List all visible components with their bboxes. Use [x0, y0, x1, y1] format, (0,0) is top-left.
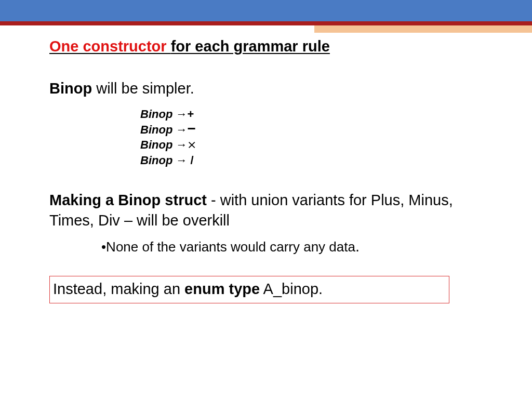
intro-line: Binop will be simpler.	[49, 80, 483, 97]
intro-rest: will be simpler.	[92, 80, 194, 97]
grammar-row: Binop →⨯	[140, 137, 483, 153]
header-orange-bar	[314, 25, 532, 33]
grammar-row: Binop → /	[140, 153, 483, 168]
box-bold: enum type	[184, 281, 260, 297]
slide-content: One constructor for each grammar rule Bi…	[0, 33, 532, 303]
para-bold: Making a Binop struct	[49, 192, 207, 208]
header-red-bar	[0, 21, 532, 25]
grammar-row: Binop →+	[140, 107, 483, 122]
box-pre: Instead, making an	[53, 281, 184, 297]
header-blue-bar	[0, 0, 532, 21]
highlighted-box: Instead, making an enum type A_binop.	[49, 276, 449, 303]
title-highlight: One constructor	[49, 38, 171, 55]
slide-title: One constructor for each grammar rule	[49, 38, 483, 55]
grammar-rules: Binop →+ Binop →− Binop →⨯ Binop → /	[140, 107, 483, 168]
bullet-point: None of the variants would carry any dat…	[101, 238, 483, 255]
paragraph-struct: Making a Binop struct - with union varia…	[49, 190, 483, 231]
grammar-row: Binop →−	[140, 122, 483, 138]
intro-bold: Binop	[49, 80, 92, 97]
box-post: A_binop.	[260, 281, 323, 297]
title-rest: for each grammar rule	[171, 38, 330, 55]
